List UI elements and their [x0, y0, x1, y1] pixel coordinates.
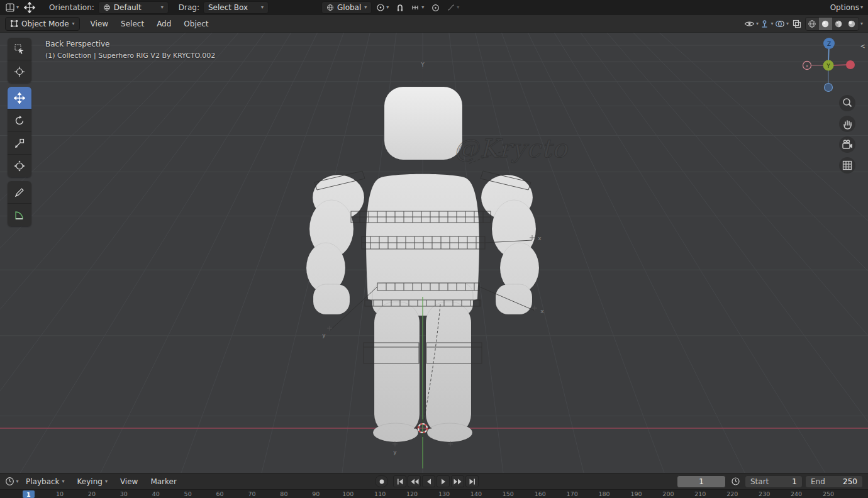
- play-button[interactable]: [437, 475, 450, 487]
- shading-material-button[interactable]: [832, 18, 845, 30]
- current-frame-field[interactable]: 1: [677, 475, 726, 488]
- end-value: 250: [843, 477, 857, 486]
- menu-marker[interactable]: Marker: [145, 473, 182, 489]
- tool-scale[interactable]: [8, 132, 31, 155]
- shading-mode-group: [805, 17, 859, 31]
- options-dropdown[interactable]: Options ▾: [830, 1, 863, 14]
- ruler-label: 250: [823, 490, 834, 497]
- drag-value: Select Box: [208, 3, 248, 12]
- snap-target-dropdown[interactable]: ▾: [411, 1, 425, 14]
- ruler-label: 230: [759, 490, 770, 497]
- jump-start-icon: [396, 478, 404, 485]
- play-reverse-button[interactable]: [422, 475, 435, 487]
- end-frame-field[interactable]: End 250: [805, 475, 863, 488]
- ruler-label: 140: [470, 490, 482, 497]
- sidebar-collapse-arrow[interactable]: <: [860, 43, 865, 50]
- snap-toggle[interactable]: [393, 1, 407, 14]
- start-label: Start: [750, 477, 769, 486]
- visibility-dropdown[interactable]: ▾: [744, 18, 759, 30]
- chevron-down-icon: ▾: [860, 5, 863, 10]
- rig-label: x: [540, 308, 544, 314]
- gizmo-x-label: x: [806, 64, 808, 69]
- zoom-button[interactable]: [839, 95, 855, 111]
- auto-key-clock-icon: [731, 477, 740, 486]
- gizmo-z-negative-axis[interactable]: [825, 84, 833, 92]
- ruler-label: 80: [280, 490, 287, 497]
- ruler-label: 240: [791, 490, 802, 497]
- gizmo-icon: [760, 19, 769, 28]
- menu-playback[interactable]: Playback ▾: [20, 473, 70, 489]
- menu-keying-label: Keying: [77, 477, 103, 486]
- pivot-point-dropdown[interactable]: ▾: [376, 1, 389, 14]
- ruler-label: 90: [312, 490, 320, 497]
- active-tool-move-icon[interactable]: [23, 1, 36, 14]
- orientation-dropdown[interactable]: Default ▾: [98, 1, 169, 14]
- gizmos-dropdown[interactable]: ▾: [760, 18, 774, 30]
- jump-to-start-button[interactable]: [393, 475, 406, 487]
- move-icon: [24, 2, 35, 13]
- tool-move[interactable]: [8, 87, 31, 109]
- tool-transform[interactable]: [8, 155, 31, 177]
- drag-dropdown[interactable]: Select Box ▾: [203, 1, 269, 14]
- pan-button[interactable]: [839, 116, 855, 132]
- ruler-label: 210: [694, 490, 706, 497]
- tool-select-box[interactable]: [8, 38, 31, 60]
- next-keyframe-button[interactable]: [451, 475, 464, 487]
- hand-icon: [840, 117, 854, 131]
- orientation-label: Orientation:: [49, 3, 94, 12]
- tool-cursor[interactable]: [8, 60, 31, 83]
- gizmo-x-axis[interactable]: [846, 60, 855, 69]
- play-icon: [440, 478, 447, 485]
- start-value: 1: [792, 477, 797, 486]
- menu-timeline-view[interactable]: View: [114, 473, 143, 489]
- camera-view-button[interactable]: [839, 136, 855, 153]
- transform-orientation-dropdown[interactable]: Global ▾: [321, 1, 372, 14]
- object-mode-icon: [10, 19, 18, 28]
- shading-rendered-button[interactable]: [845, 18, 859, 30]
- auto-keying-button[interactable]: [728, 475, 742, 488]
- proportional-editing-toggle[interactable]: [428, 1, 442, 14]
- tool-measure[interactable]: [8, 204, 31, 226]
- ruler-label: 130: [438, 490, 450, 497]
- rendered-sphere-icon: [847, 19, 856, 28]
- prev-keyframe-button[interactable]: [408, 475, 421, 487]
- record-button[interactable]: [375, 475, 388, 487]
- editor-type-button[interactable]: ▾: [5, 1, 19, 14]
- falloff-curve-icon: [447, 3, 455, 12]
- move-tool-icon: [14, 92, 25, 104]
- ruler-label: 200: [662, 490, 674, 497]
- viewport-3d[interactable]: Y x x y y @Krycto Back Perspective (1) C…: [0, 33, 868, 473]
- cursor-tool-icon: [14, 66, 25, 77]
- timeline-ruler[interactable]: 1 10203040506070809010011012013014015016…: [0, 489, 868, 498]
- global-orientation-icon: [326, 4, 334, 11]
- chevron-down-icon: ▾: [364, 5, 367, 10]
- viewport-canvas[interactable]: Y x x y y @Krycto: [0, 33, 868, 473]
- shading-wireframe-button[interactable]: [806, 18, 819, 30]
- gizmo-z-label: Z: [827, 41, 831, 47]
- tool-rotate[interactable]: [8, 109, 31, 132]
- playhead-badge[interactable]: 1: [23, 490, 35, 498]
- navigation-gizmo[interactable]: Z x Y: [800, 35, 858, 98]
- transform-orientation-value: Global: [337, 3, 361, 12]
- overlays-dropdown[interactable]: ▾: [775, 18, 789, 30]
- mode-dropdown[interactable]: Object Mode ▾: [5, 17, 80, 31]
- menu-view[interactable]: View: [85, 15, 114, 32]
- menu-object[interactable]: Object: [178, 15, 214, 32]
- ruler-label: 110: [374, 490, 386, 497]
- perspective-toggle-button[interactable]: [839, 157, 855, 174]
- ruler-label: 190: [630, 490, 642, 497]
- proportional-falloff-dropdown[interactable]: ▾: [446, 1, 460, 14]
- xray-toggle[interactable]: [790, 18, 804, 30]
- rig-label: y: [393, 449, 397, 455]
- timeline-editor-button[interactable]: ▾: [5, 475, 19, 488]
- start-frame-field[interactable]: Start 1: [745, 475, 803, 488]
- menu-add[interactable]: Add: [151, 15, 177, 32]
- menu-select[interactable]: Select: [115, 15, 150, 32]
- prev-keyframe-icon: [409, 478, 420, 485]
- orientation-value: Default: [114, 3, 142, 12]
- menu-keying[interactable]: Keying ▾: [72, 473, 113, 489]
- shading-solid-button[interactable]: [819, 18, 832, 30]
- chevron-down-icon: ▾: [457, 5, 459, 10]
- jump-to-end-button[interactable]: [465, 475, 479, 487]
- tool-annotate[interactable]: [8, 181, 31, 204]
